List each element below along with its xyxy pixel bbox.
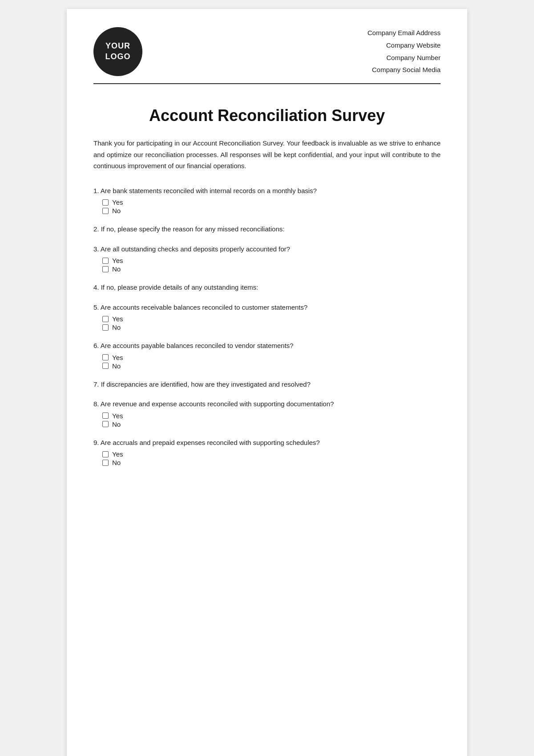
question-9-text: 9. Are accruals and prepaid expenses rec… [93, 438, 441, 448]
company-logo: YOUR LOGO [93, 27, 142, 76]
logo-line1: YOUR [105, 41, 130, 51]
q6-number: 6. [93, 342, 101, 349]
question-7: 7. If discrepancies are identified, how … [93, 380, 441, 390]
question-5-text: 5. Are accounts receivable balances reco… [93, 303, 441, 313]
q1-body: Are bank statements reconciled with inte… [101, 187, 317, 194]
q6-body: Are accounts payable balances reconciled… [101, 342, 294, 349]
survey-intro: Thank you for participating in our Accou… [93, 137, 441, 172]
header-divider [93, 83, 441, 84]
q5-options: Yes No [102, 315, 441, 331]
q9-yes-checkbox[interactable] [102, 451, 109, 457]
q5-yes-checkbox[interactable] [102, 316, 109, 322]
q6-options: Yes No [102, 354, 441, 370]
q1-yes-checkbox[interactable] [102, 199, 109, 206]
question-4: 4. If no, please provide details of any … [93, 283, 441, 293]
question-6-text: 6. Are accounts payable balances reconci… [93, 341, 441, 351]
q8-options: Yes No [102, 412, 441, 428]
q1-option-yes[interactable]: Yes [102, 198, 441, 206]
question-9: 9. Are accruals and prepaid expenses rec… [93, 438, 441, 467]
q1-number: 1. [93, 187, 101, 194]
q3-body: Are all outstanding checks and deposits … [101, 245, 290, 253]
q8-yes-label: Yes [112, 412, 123, 420]
q5-option-yes[interactable]: Yes [102, 315, 441, 323]
q8-no-checkbox[interactable] [102, 421, 109, 427]
question-6: 6. Are accounts payable balances reconci… [93, 341, 441, 370]
q5-number: 5. [93, 303, 101, 311]
page: YOUR LOGO Company Email Address Company … [67, 9, 467, 756]
q3-number: 3. [93, 245, 101, 253]
q3-yes-label: Yes [112, 257, 123, 264]
q3-option-no[interactable]: No [102, 265, 441, 273]
company-website: Company Website [368, 39, 441, 52]
q3-no-label: No [112, 265, 121, 273]
question-2-text: 2. If no, please specify the reason for … [93, 224, 441, 234]
question-3: 3. Are all outstanding checks and deposi… [93, 244, 441, 273]
question-3-text: 3. Are all outstanding checks and deposi… [93, 244, 441, 255]
q5-no-label: No [112, 323, 121, 331]
q5-no-checkbox[interactable] [102, 324, 109, 331]
q2-body: If no, please specify the reason for any… [101, 225, 285, 233]
q3-yes-checkbox[interactable] [102, 258, 109, 264]
question-8-text: 8. Are revenue and expense accounts reco… [93, 399, 441, 409]
q6-yes-checkbox[interactable] [102, 354, 109, 360]
q8-option-no[interactable]: No [102, 420, 441, 428]
q1-no-label: No [112, 207, 121, 214]
q9-number: 9. [93, 439, 101, 446]
q9-body: Are accruals and prepaid expenses reconc… [101, 439, 320, 446]
q7-body: If discrepancies are identified, how are… [101, 380, 311, 388]
q1-no-checkbox[interactable] [102, 208, 109, 214]
q4-body: If no, please provide details of any out… [101, 283, 259, 291]
company-info-block: Company Email Address Company Website Co… [368, 27, 441, 76]
questions-container: 1. Are bank statements reconciled with i… [93, 186, 441, 467]
q8-no-label: No [112, 420, 121, 428]
q8-yes-checkbox[interactable] [102, 412, 109, 419]
q2-number: 2. [93, 225, 101, 233]
q9-no-label: No [112, 459, 121, 466]
q9-option-yes[interactable]: Yes [102, 450, 441, 458]
q7-number: 7. [93, 380, 101, 388]
q4-number: 4. [93, 283, 101, 291]
q6-no-checkbox[interactable] [102, 363, 109, 369]
q1-yes-label: Yes [112, 198, 123, 206]
q8-number: 8. [93, 400, 101, 408]
q3-option-yes[interactable]: Yes [102, 257, 441, 264]
logo-line2: LOGO [105, 52, 131, 62]
survey-title: Account Reconciliation Survey [93, 106, 441, 125]
q9-options: Yes No [102, 450, 441, 466]
question-1: 1. Are bank statements reconciled with i… [93, 186, 441, 215]
q6-option-yes[interactable]: Yes [102, 354, 441, 361]
q3-options: Yes No [102, 257, 441, 273]
question-8: 8. Are revenue and expense accounts reco… [93, 399, 441, 428]
question-1-text: 1. Are bank statements reconciled with i… [93, 186, 441, 196]
q9-option-no[interactable]: No [102, 459, 441, 466]
q3-no-checkbox[interactable] [102, 266, 109, 272]
q1-options: Yes No [102, 198, 441, 214]
q8-option-yes[interactable]: Yes [102, 412, 441, 420]
q6-no-label: No [112, 362, 121, 370]
company-email: Company Email Address [368, 27, 441, 39]
q8-body: Are revenue and expense accounts reconci… [101, 400, 334, 408]
q6-option-no[interactable]: No [102, 362, 441, 370]
q9-no-checkbox[interactable] [102, 460, 109, 466]
header: YOUR LOGO Company Email Address Company … [93, 27, 441, 76]
question-2: 2. If no, please specify the reason for … [93, 224, 441, 234]
company-number: Company Number [368, 52, 441, 64]
q5-option-no[interactable]: No [102, 323, 441, 331]
q1-option-no[interactable]: No [102, 207, 441, 214]
question-4-text: 4. If no, please provide details of any … [93, 283, 441, 293]
q5-body: Are accounts receivable balances reconci… [101, 303, 307, 311]
question-7-text: 7. If discrepancies are identified, how … [93, 380, 441, 390]
question-5: 5. Are accounts receivable balances reco… [93, 303, 441, 332]
q9-yes-label: Yes [112, 450, 123, 458]
q6-yes-label: Yes [112, 354, 123, 361]
company-social: Company Social Media [368, 64, 441, 76]
q5-yes-label: Yes [112, 315, 123, 323]
